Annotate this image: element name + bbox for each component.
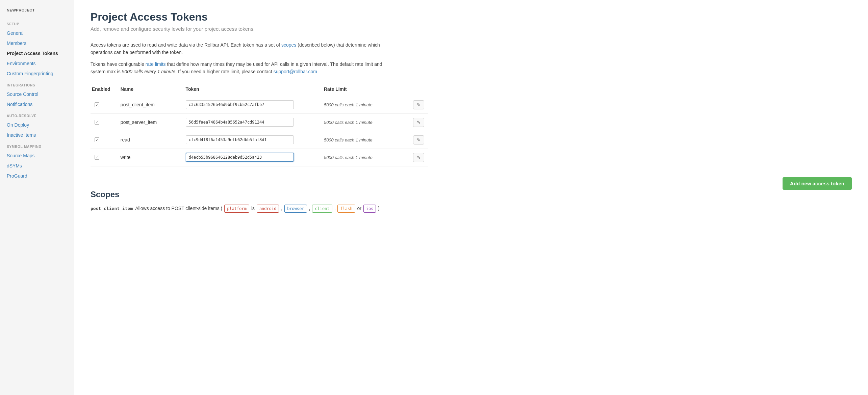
tag-android: android bbox=[257, 205, 279, 213]
checkbox-icon bbox=[95, 120, 99, 125]
table-row: read5000 calls each 1 minute✎ bbox=[91, 131, 428, 149]
tokens-table: Enabled Name Token Rate Limit post_clien… bbox=[91, 84, 428, 166]
token-name: read bbox=[119, 131, 184, 149]
table-row: post_server_item5000 calls each 1 minute… bbox=[91, 113, 428, 131]
tag-browser: browser bbox=[284, 205, 307, 213]
edit-token-button[interactable]: ✎ bbox=[413, 100, 424, 109]
sidebar-item-notifications[interactable]: Notifications bbox=[0, 99, 74, 109]
sidebar-section-auto-resolve: AUTO-RESOLVE bbox=[0, 109, 74, 120]
main-content: Project Access Tokens Add, remove and co… bbox=[74, 0, 868, 395]
project-name: NEWPROJECT bbox=[0, 8, 74, 18]
sidebar-item-source-maps[interactable]: Source Maps bbox=[0, 151, 74, 161]
token-name: post_server_item bbox=[119, 113, 184, 131]
support-email-link[interactable]: support@rollbar.com bbox=[274, 69, 317, 74]
token-input[interactable] bbox=[186, 153, 294, 162]
tag-client: client bbox=[312, 205, 332, 213]
rate-limit-value: 5000 calls each 1 minute bbox=[323, 96, 404, 113]
sidebar-item-members[interactable]: Members bbox=[0, 38, 74, 48]
edit-token-button[interactable]: ✎ bbox=[413, 118, 424, 127]
tag-ios: ios bbox=[363, 205, 376, 213]
scope-name: post_client_item bbox=[91, 206, 133, 211]
scope-or: or bbox=[357, 206, 362, 211]
table-row: post_client_item5000 calls each 1 minute… bbox=[91, 96, 428, 113]
col-header-action bbox=[404, 84, 428, 96]
edit-token-button[interactable]: ✎ bbox=[413, 135, 424, 144]
sidebar-item-on-deploy[interactable]: On Deploy bbox=[0, 120, 74, 130]
checkbox-icon bbox=[95, 137, 99, 142]
page-subtitle: Add, remove and configure security level… bbox=[91, 26, 852, 32]
sidebar-section-setup: SETUP bbox=[0, 18, 74, 28]
scope-is: is bbox=[251, 206, 256, 211]
sidebar-item-environments[interactable]: Environments bbox=[0, 58, 74, 69]
col-header-name: Name bbox=[119, 84, 184, 96]
sidebar: NEWPROJECT SETUP General Members Project… bbox=[0, 0, 74, 395]
scopes-title: Scopes bbox=[91, 190, 852, 199]
col-header-rate-limit: Rate Limit bbox=[323, 84, 404, 96]
sidebar-item-dsyms[interactable]: dSYMs bbox=[0, 161, 74, 171]
token-name: post_client_item bbox=[119, 96, 184, 113]
description-2: Tokens have configurable rate limits tha… bbox=[91, 60, 394, 76]
scopes-link[interactable]: scopes bbox=[281, 42, 296, 48]
scope-comma-2: , bbox=[309, 206, 312, 211]
sidebar-section-symbol-mapping: SYMBOL MAPPING bbox=[0, 140, 74, 151]
rate-limit-value: 5000 calls each 1 minute bbox=[323, 113, 404, 131]
token-input[interactable] bbox=[186, 135, 294, 144]
col-header-token: Token bbox=[184, 84, 323, 96]
scopes-section: Scopes post_client_item Allows access to… bbox=[91, 190, 852, 215]
scope-suffix: ) bbox=[378, 206, 380, 211]
rate-limit-value: 5000 calls each 1 minute bbox=[323, 131, 404, 149]
sidebar-item-custom-fingerprinting[interactable]: Custom Fingerprinting bbox=[0, 69, 74, 79]
tag-flash: flash bbox=[337, 205, 355, 213]
sidebar-section-integrations: INTEGRATIONS bbox=[0, 79, 74, 89]
scope-description: Allows access to POST client-side items … bbox=[134, 206, 222, 211]
scope-row-post-client-item: post_client_item Allows access to POST c… bbox=[91, 205, 394, 215]
rate-limits-link[interactable]: rate limits bbox=[146, 61, 166, 67]
page-title: Project Access Tokens bbox=[91, 11, 852, 23]
rate-limit-value: 5000 calls each 1 minute bbox=[323, 149, 404, 166]
enabled-checkbox[interactable] bbox=[92, 102, 115, 107]
scope-comma-1: , bbox=[281, 206, 284, 211]
enabled-checkbox[interactable] bbox=[92, 155, 115, 160]
token-input[interactable] bbox=[186, 100, 294, 109]
col-header-enabled: Enabled bbox=[91, 84, 119, 96]
description-1: Access tokens are used to read and write… bbox=[91, 41, 394, 56]
checkbox-icon bbox=[95, 102, 99, 107]
scope-comma-3: , bbox=[334, 206, 337, 211]
add-token-button[interactable]: Add new access token bbox=[783, 177, 852, 190]
checkbox-icon bbox=[95, 155, 99, 160]
sidebar-item-general[interactable]: General bbox=[0, 28, 74, 38]
sidebar-item-inactive-items[interactable]: Inactive Items bbox=[0, 130, 74, 140]
token-input[interactable] bbox=[186, 118, 294, 127]
edit-token-button[interactable]: ✎ bbox=[413, 153, 424, 162]
sidebar-item-project-access-tokens[interactable]: Project Access Tokens bbox=[0, 48, 74, 58]
enabled-checkbox[interactable] bbox=[92, 120, 115, 125]
tag-platform: platform bbox=[224, 205, 249, 213]
sidebar-item-source-control[interactable]: Source Control bbox=[0, 89, 74, 99]
table-row: write5000 calls each 1 minute✎ bbox=[91, 149, 428, 166]
sidebar-item-proguard[interactable]: ProGuard bbox=[0, 171, 74, 181]
enabled-checkbox[interactable] bbox=[92, 137, 115, 142]
token-name: write bbox=[119, 149, 184, 166]
